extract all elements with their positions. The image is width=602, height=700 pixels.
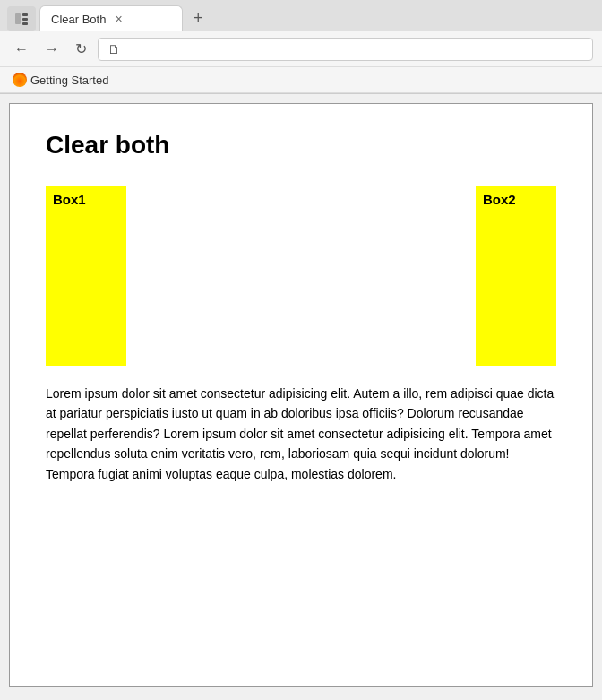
bookmarks-bar: Getting Started (0, 67, 602, 93)
box1-label: Box1 (53, 192, 86, 207)
lorem-paragraph: Lorem ipsum dolor sit amet consectetur a… (46, 384, 556, 484)
box1: Box1 (46, 186, 126, 366)
svg-rect-2 (22, 18, 28, 21)
back-button[interactable]: ← (9, 38, 34, 61)
svg-rect-1 (22, 13, 28, 16)
address-bar[interactable]: 🗋 (98, 38, 593, 61)
box2: Box2 (476, 186, 556, 366)
new-tab-button[interactable]: + (186, 5, 211, 31)
page-title: Clear both (46, 131, 556, 160)
reload-button[interactable]: ↻ (70, 37, 92, 61)
page-icon: 🗋 (108, 42, 120, 56)
tab-title: Clear Both (51, 13, 106, 26)
svg-rect-0 (15, 13, 21, 24)
tab-close-button[interactable]: × (113, 12, 124, 26)
firefox-icon (13, 73, 27, 87)
svg-rect-3 (22, 22, 28, 25)
box2-label: Box2 (483, 192, 516, 207)
nav-bar: ← → ↻ 🗋 (0, 31, 602, 67)
browser-content: Clear both Box1 Box2 Lorem ipsum dolor s… (9, 103, 593, 687)
browser-chrome: Clear Both × + ← → ↻ 🗋 Getting Started (0, 0, 602, 94)
forward-button[interactable]: → (39, 38, 64, 61)
tab-bar: Clear Both × + (0, 0, 602, 31)
active-tab[interactable]: Clear Both × (39, 5, 183, 31)
boxes-container: Box1 Box2 (46, 186, 556, 366)
bookmark-getting-started[interactable]: Getting Started (9, 71, 112, 89)
bookmark-label: Getting Started (30, 73, 108, 87)
sidebar-toggle-button[interactable] (7, 6, 36, 31)
